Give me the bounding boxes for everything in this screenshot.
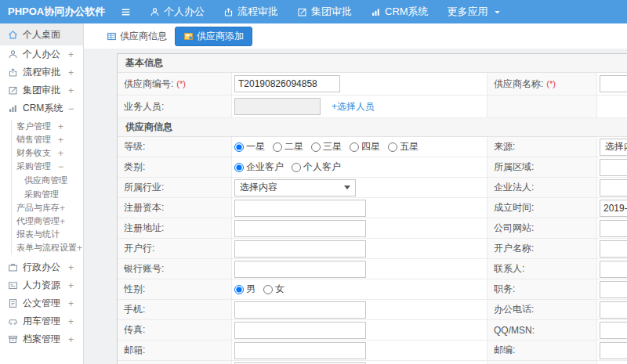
menu-more-apps-label: 更多应用 — [448, 5, 488, 19]
sidebar-item-sales-mgmt[interactable]: 销售管理+ — [12, 133, 83, 146]
menu-crm[interactable]: CRM系统 — [371, 5, 429, 19]
empty-label-cell — [487, 96, 597, 117]
grade-label-cell: 等级: — [118, 137, 232, 157]
email-field-cell — [232, 341, 487, 360]
sidebar-item-supplier-mgmt[interactable]: 供应商管理 — [12, 173, 83, 187]
sidebar-item-personal-desktop[interactable]: 个人桌面 — [0, 23, 83, 45]
registered-capital-input[interactable] — [234, 200, 366, 217]
expand-toggle[interactable]: + — [68, 280, 74, 291]
expand-toggle[interactable]: + — [68, 334, 74, 345]
legal-person-label: 企业法人: — [494, 181, 534, 194]
category-option-0[interactable]: 企业客户 — [234, 160, 284, 174]
grade-option-3[interactable]: 四星 — [350, 140, 380, 153]
sidebar-item-workflow-approval[interactable]: 流程审批+ — [0, 63, 83, 81]
deposit-bank-field-cell — [232, 239, 487, 258]
supplier-name-label-cell: 供应商名称:(*) — [487, 73, 597, 95]
industry-select[interactable]: 选择内容 — [234, 179, 356, 196]
expand-toggle[interactable]: − — [58, 161, 63, 172]
expand-toggle[interactable]: + — [68, 49, 74, 60]
sidebar-item-customer-mgmt[interactable]: 客户管理+ — [12, 120, 83, 133]
category-radio-1[interactable] — [292, 163, 301, 172]
grade-radio-1[interactable] — [273, 142, 282, 152]
source-select[interactable]: 选择内容 — [600, 139, 627, 156]
sidebar-item-personal-office[interactable]: 个人办公+ — [0, 45, 83, 63]
sidebar-item-purchasing[interactable]: 采购管理 — [12, 187, 83, 201]
sidebar-item-reports[interactable]: 报表与统计 — [12, 228, 83, 241]
expand-toggle[interactable]: + — [58, 148, 63, 159]
expand-toggle[interactable]: + — [60, 216, 65, 227]
supplier-code-input[interactable] — [234, 75, 340, 92]
expand-toggle[interactable]: + — [58, 135, 63, 146]
menu-more-apps[interactable]: 更多应用 — [448, 5, 502, 19]
qq-msn-input[interactable] — [600, 322, 627, 339]
legal-person-input[interactable] — [600, 179, 627, 196]
email-input[interactable] — [234, 342, 366, 359]
business-staff-field-cell: +选择人员 — [232, 96, 487, 117]
bank-account-label: 银行账号: — [124, 262, 164, 276]
expand-toggle[interactable]: + — [68, 67, 74, 78]
deposit-bank-input[interactable] — [234, 240, 366, 258]
expand-toggle[interactable]: − — [68, 103, 74, 114]
sidebar-item-crm[interactable]: CRM系统− — [0, 99, 83, 117]
expand-toggle[interactable]: + — [77, 243, 82, 254]
supplier-name-input[interactable] — [600, 75, 627, 92]
grade-option-1[interactable]: 二星 — [273, 140, 303, 153]
registered-address-input[interactable] — [234, 220, 366, 237]
office-phone-input[interactable] — [600, 301, 627, 319]
gender-option-1[interactable]: 女 — [263, 283, 285, 296]
sidebar-item-finance[interactable]: 财务收支+ — [12, 146, 83, 160]
choose-staff-link[interactable]: +选择人员 — [332, 100, 375, 114]
expand-toggle[interactable]: + — [58, 121, 63, 132]
sidebar-item-agent-mgmt[interactable]: 代理商管理+ — [12, 214, 83, 228]
expand-toggle[interactable]: + — [68, 85, 74, 96]
sidebar-item-product-inventory[interactable]: 产品与库存+ — [12, 201, 83, 214]
region-input[interactable] — [600, 159, 627, 176]
sidebar-item-document-mgmt[interactable]: 公文管理+ — [0, 294, 83, 312]
tab-supplier-add[interactable]: 供应商添加 — [175, 27, 252, 46]
tab-supplier-info[interactable]: 供应商信息 — [105, 27, 169, 45]
sidebar-item-form-workflow-settings[interactable]: 表单与流程设置+ — [12, 241, 83, 254]
sidebar-item-admin-office[interactable]: 行政办公+ — [0, 258, 83, 276]
expand-toggle[interactable]: + — [68, 262, 74, 273]
mobile-input[interactable] — [234, 301, 366, 319]
fax-input[interactable] — [234, 322, 366, 339]
bank-account-input[interactable] — [234, 261, 366, 278]
sidebar-item-hr[interactable]: 人力资源+ — [0, 276, 83, 294]
region-label-cell: 所属区域: — [487, 157, 597, 177]
grade-radio-2[interactable] — [311, 142, 321, 152]
grade-option-2[interactable]: 三星 — [311, 140, 342, 153]
position-input[interactable] — [600, 281, 627, 298]
expand-toggle[interactable]: + — [68, 298, 74, 309]
grade-option-0[interactable]: 一星 — [234, 140, 265, 153]
sidebar-item-purchase-mgmt[interactable]: 采购管理− — [12, 160, 83, 173]
gender-radio-1[interactable] — [263, 285, 273, 294]
menu-group-approval[interactable]: 集团审批 — [297, 5, 352, 19]
category-radio-0[interactable] — [234, 163, 244, 172]
gender-radio-0[interactable] — [234, 285, 244, 294]
topbar: PHPOA协同办公软件 个人办公流程审批集团审批CRM系统更多应用 — [0, 0, 627, 23]
account-name-input[interactable] — [600, 240, 627, 258]
expand-toggle[interactable]: + — [60, 203, 65, 214]
formadd-icon — [183, 31, 194, 41]
grade-radio-0[interactable] — [234, 142, 244, 152]
founded-date-input[interactable] — [600, 200, 627, 217]
business-staff-input[interactable] — [234, 98, 321, 115]
category-radio-group: 企业客户个人客户 — [234, 160, 349, 174]
menu-workflow-approval[interactable]: 流程审批 — [223, 5, 278, 19]
grade-radio-3[interactable] — [350, 142, 359, 152]
expand-toggle[interactable]: + — [68, 316, 74, 327]
menu-personal-office[interactable]: 个人办公 — [150, 5, 205, 19]
website-input[interactable] — [600, 220, 627, 237]
sidebar-item-vehicle-mgmt[interactable]: 用车管理+ — [0, 312, 83, 330]
collapse-menu-button[interactable] — [121, 7, 131, 17]
grade-option-4[interactable]: 五星 — [388, 140, 419, 153]
registered-address-label: 注册地址: — [124, 222, 164, 235]
contact-person-input[interactable] — [600, 261, 627, 278]
category-option-1[interactable]: 个人客户 — [292, 160, 341, 174]
sidebar-item-group-approval[interactable]: 集团审批+ — [0, 81, 83, 99]
sidebar-item-archive-mgmt[interactable]: 档案管理+ — [0, 330, 83, 348]
grade-radio-4[interactable] — [388, 142, 397, 152]
postcode-input[interactable] — [600, 342, 627, 359]
gender-option-0[interactable]: 男 — [234, 283, 256, 296]
sidebar-item-purchasing-label: 采购管理 — [24, 189, 59, 200]
